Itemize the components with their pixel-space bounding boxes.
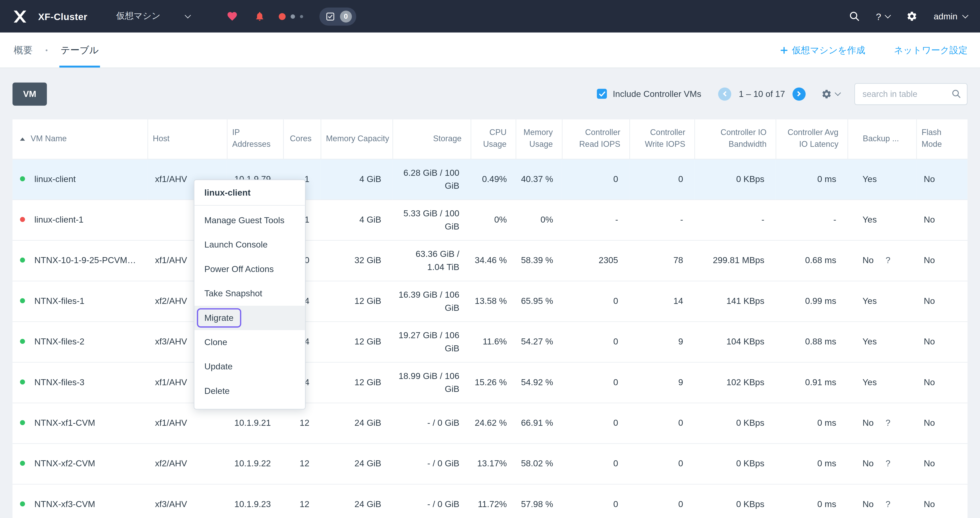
cell-name[interactable]: NTNX-xf3-CVM — [13, 484, 148, 518]
help-icon[interactable]: ? — [886, 255, 891, 265]
column-header-cpu-usage[interactable]: CPU Usage — [471, 120, 515, 159]
cell-backup: No? — [848, 403, 916, 443]
table-row[interactable]: linux-clientxf1/AHV10.1.9.7914 GiB6.28 G… — [13, 159, 967, 199]
power-off-icon — [20, 217, 25, 222]
power-on-icon — [20, 502, 25, 507]
cell-read_iops: 0 — [562, 159, 629, 199]
cell-flash: No — [916, 199, 967, 240]
cell-name[interactable]: NTNX-xf1-CVM — [13, 403, 148, 443]
cell-flash: No — [916, 321, 967, 362]
table-row[interactable]: NTNX-files-3xf1/AHV412 GiB18.99 GiB / 10… — [13, 362, 967, 403]
prev-page-button[interactable] — [718, 87, 731, 100]
table-settings-button[interactable] — [821, 88, 840, 99]
chevron-down-icon — [962, 12, 969, 18]
tab-overview[interactable]: 概要 — [13, 32, 33, 67]
cluster-name: XF-Cluster — [38, 11, 87, 22]
cell-name[interactable]: linux-client — [13, 159, 148, 199]
column-header-storage[interactable]: Storage — [393, 120, 471, 159]
cell-cores: 12 — [283, 443, 320, 484]
table-row[interactable]: NTNX-xf3-CVMxf3/AHV10.1.9.231224 GiB- / … — [13, 484, 967, 518]
menu-item-delete[interactable]: Delete — [194, 379, 305, 403]
global-search-button[interactable] — [848, 11, 860, 22]
vm-context-menu: linux-client Manage Guest ToolsLaunch Co… — [194, 179, 305, 410]
vm-type-button[interactable]: VM — [13, 82, 47, 105]
power-on-icon — [20, 176, 25, 181]
menu-item-update[interactable]: Update — [194, 354, 305, 379]
cell-cpu: 24.62 % — [471, 403, 515, 443]
cell-memory: 32 GiB — [321, 240, 393, 281]
help-icon[interactable]: ? — [886, 499, 891, 509]
search-icon[interactable] — [951, 89, 961, 99]
menu-item-take-snapshot[interactable]: Take Snapshot — [194, 281, 305, 306]
menu-item-clone[interactable]: Clone — [194, 330, 305, 354]
cell-name[interactable]: NTNX-xf2-CVM — [13, 443, 148, 484]
help-icon[interactable]: ? — [886, 458, 891, 468]
cell-name[interactable]: linux-client-1 — [13, 199, 148, 240]
table-row[interactable]: NTNX-xf2-CVMxf2/AHV10.1.9.221224 GiB- / … — [13, 443, 967, 484]
column-header-host[interactable]: Host — [148, 120, 227, 159]
chevron-down-icon — [185, 12, 191, 18]
user-menu[interactable]: admin — [934, 11, 967, 21]
entity-type-dropdown[interactable]: 仮想マシン — [116, 11, 190, 22]
cell-mem: 65.95 % — [515, 281, 562, 321]
help-icon[interactable]: ? — [886, 418, 891, 427]
vm-name-link[interactable]: NTNX-xf3-CVM — [34, 499, 95, 509]
vm-name-link[interactable]: NTNX-files-3 — [34, 377, 84, 387]
cell-latency: 0 ms — [776, 443, 848, 484]
alerts-bell-button[interactable] — [255, 11, 265, 22]
cell-name[interactable]: NTNX-files-3 — [13, 362, 148, 403]
column-header-flash-mode[interactable]: Flash Mode — [916, 120, 967, 159]
create-vm-link[interactable]: 仮想マシンを作成 — [781, 44, 865, 56]
column-header-controller-write-iops[interactable]: Controller Write IOPS — [629, 120, 694, 159]
menu-item-power-off-actions[interactable]: Power Off Actions — [194, 257, 305, 281]
vm-name-link[interactable]: NTNX-files-1 — [34, 296, 84, 306]
cell-write_iops: 0 — [629, 484, 694, 518]
column-header-memory-usage[interactable]: Memory Usage — [515, 120, 562, 159]
cell-name[interactable]: NTNX-10-1-9-25-PCVM-... — [13, 240, 148, 281]
search-icon — [848, 11, 860, 22]
column-header-vm-name[interactable]: VM Name — [13, 120, 148, 159]
cell-read_iops: 0 — [562, 484, 629, 518]
cell-write_iops: 78 — [629, 240, 694, 281]
vm-name-link[interactable]: NTNX-xf2-CVM — [34, 458, 95, 468]
cell-name[interactable]: NTNX-files-1 — [13, 281, 148, 321]
table-row[interactable]: NTNX-files-1xf2/AHV412 GiB16.39 GiB / 10… — [13, 281, 967, 321]
column-header-controller-read-iops[interactable]: Controller Read IOPS — [562, 120, 629, 159]
column-header-backup[interactable]: Backup ... — [848, 120, 916, 159]
column-header-controller-io-bandwidth[interactable]: Controller IO Bandwidth — [694, 120, 776, 159]
settings-gear-button[interactable] — [906, 11, 917, 22]
table-row[interactable]: NTNX-files-2xf3/AHV412 GiB19.27 GiB / 10… — [13, 321, 967, 362]
menu-item-manage-guest-tools[interactable]: Manage Guest Tools — [194, 208, 305, 233]
cell-io_bw: 0 KBps — [694, 443, 776, 484]
vm-name-link[interactable]: NTNX-files-2 — [34, 336, 84, 346]
column-header-memory-capacity[interactable]: Memory Capacity — [321, 120, 393, 159]
cell-name[interactable]: NTNX-files-2 — [13, 321, 148, 362]
vm-name-link[interactable]: linux-client-1 — [34, 214, 84, 224]
menu-item-launch-console[interactable]: Launch Console — [194, 233, 305, 257]
table-row[interactable]: NTNX-10-1-9-25-PCVM-...xf1/AHV1032 GiB63… — [13, 240, 967, 281]
vm-name-link[interactable]: NTNX-10-1-9-25-PCVM-... — [34, 255, 137, 265]
table-search-input[interactable] — [854, 83, 967, 105]
include-controller-vms-checkbox[interactable]: Include Controller VMs — [597, 89, 702, 99]
column-header-controller-avg-io-latency[interactable]: Controller Avg IO Latency — [776, 120, 848, 159]
column-header-cores[interactable]: Cores — [283, 120, 320, 159]
menu-item-label: Clone — [204, 337, 228, 347]
health-heart-button[interactable] — [226, 11, 238, 22]
menu-item-migrate[interactable]: Migrate — [194, 306, 305, 330]
help-menu[interactable]: ? — [876, 11, 890, 22]
vm-name-link[interactable]: linux-client — [34, 174, 76, 184]
alert-indicator-dots[interactable] — [278, 13, 303, 20]
next-page-button[interactable] — [792, 87, 806, 100]
cell-read_iops: 0 — [562, 362, 629, 403]
column-header-ip-addresses[interactable]: IP Addresses — [227, 120, 283, 159]
tasks-button[interactable]: 0 — [319, 7, 356, 25]
table-row[interactable]: NTNX-xf1-CVMxf1/AHV10.1.9.211224 GiB- / … — [13, 403, 967, 443]
tab-table[interactable]: テーブル — [59, 32, 100, 67]
cell-mem: 66.91 % — [515, 403, 562, 443]
network-config-link[interactable]: ネットワーク設定 — [894, 44, 967, 56]
cell-write_iops: 0 — [629, 443, 694, 484]
table-search — [854, 83, 967, 105]
table-row[interactable]: linux-client-114 GiB5.33 GiB / 100 GiB0%… — [13, 199, 967, 240]
cell-storage: 18.99 GiB / 106 GiB — [393, 362, 471, 403]
vm-name-link[interactable]: NTNX-xf1-CVM — [34, 418, 95, 427]
